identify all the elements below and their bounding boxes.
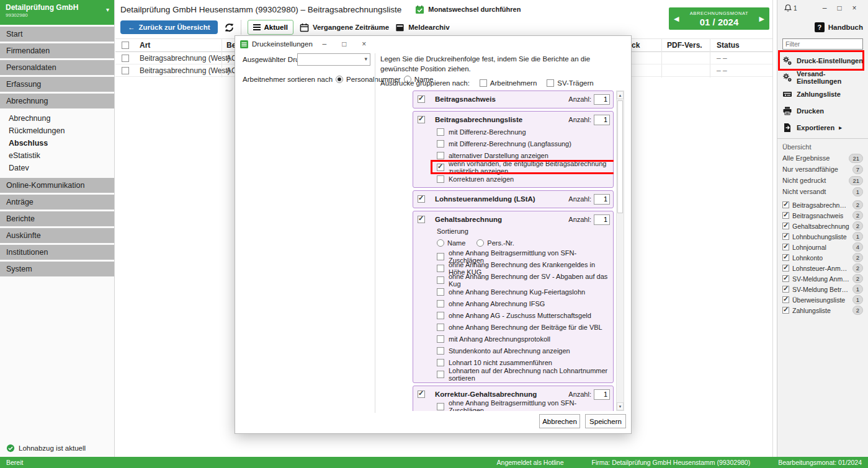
group-by-arbeitnehmern[interactable]: Arbeitnehmern: [480, 79, 537, 87]
print-option[interactable]: mit Differenz-Berechnung: [437, 126, 610, 138]
filter-checkbox[interactable]: [782, 307, 789, 314]
section-gehaltsabrechnung[interactable]: Gehaltsabrechnung Anzahl: Sortierung Nam…: [413, 211, 614, 383]
scroll-up-arrow[interactable]: ▲: [617, 91, 624, 99]
dialog-minimize-button[interactable]: –: [316, 40, 333, 48]
filter-checkbox[interactable]: [782, 296, 789, 303]
radio-sort-name[interactable]: [437, 239, 444, 247]
close-button[interactable]: ×: [847, 4, 862, 12]
print-option[interactable]: mit Differenz-Berechnung (Langfassung): [437, 138, 610, 149]
anzahl-input[interactable]: [594, 115, 610, 125]
option-checkbox[interactable]: [437, 312, 444, 319]
cancel-button[interactable]: Abbrechen: [539, 414, 580, 428]
filter-lohnjournal[interactable]: Lohnjournal 4: [782, 242, 863, 252]
option-checkbox[interactable]: [437, 276, 444, 284]
sidebar-item-abrechnung[interactable]: Abrechnung: [0, 94, 114, 108]
section-checkbox[interactable]: [418, 195, 425, 203]
sidebar-subitem-abschluss[interactable]: Abschluss: [0, 137, 114, 149]
section-checkbox[interactable]: [418, 391, 425, 398]
notifications-button[interactable]: 1: [784, 4, 797, 12]
vergangene-zeitraeume-button[interactable]: Vergangene Zeiträume: [300, 23, 389, 32]
sidebar-subitem-abrechnung[interactable]: Abrechnung: [0, 112, 114, 125]
filter-checkbox[interactable]: [782, 275, 789, 282]
group-checkbox[interactable]: [547, 79, 554, 87]
option-checkbox[interactable]: [437, 324, 444, 331]
sidebar-subitem-datev[interactable]: Datev: [0, 162, 114, 174]
list-scrollbar[interactable]: ▲ ▼: [616, 91, 624, 411]
option-checkbox[interactable]: [437, 265, 444, 272]
print-option[interactable]: ohne Anhang Abrechnung IFSG: [437, 298, 610, 309]
option-checkbox[interactable]: [437, 164, 444, 171]
filter-ueberweisungsliste[interactable]: Überweisungsliste 1: [782, 294, 863, 305]
group-by-sv-traegern[interactable]: SV-Trägern: [547, 79, 593, 87]
section-checkbox[interactable]: [418, 116, 425, 123]
filter-checkbox[interactable]: [782, 265, 789, 272]
filter-zahlungsliste[interactable]: Zahlungsliste 2: [782, 305, 863, 316]
filter-sv-meldung-betriebsdaten[interactable]: SV-Meldung Betriebsdate... 1: [782, 284, 863, 294]
option-checkbox[interactable]: [437, 253, 444, 260]
druck-einstellungen-button[interactable]: Druck-Einstellungen: [782, 52, 863, 69]
print-option[interactable]: ohne Anhang Berechnung Kug-Feiertagslohn: [437, 286, 610, 298]
option-checkbox[interactable]: [437, 288, 444, 296]
versand-einstellungen-button[interactable]: Versand-Einstellungen: [782, 69, 863, 86]
dialog-titlebar[interactable]: Druckeinstellungen – □ ×: [235, 36, 631, 52]
radio-sort-persnr[interactable]: [477, 239, 484, 247]
dialog-close-button[interactable]: ×: [356, 40, 372, 48]
filter-input[interactable]: [782, 38, 863, 50]
minimize-button[interactable]: –: [817, 4, 832, 12]
filter-lohnbuchungsliste[interactable]: Lohnbuchungsliste 1: [782, 231, 863, 242]
print-option[interactable]: mit Anhang Abrechnungsprotokoll: [437, 333, 610, 345]
sidebar-subitem-estatistik[interactable]: eStatistik: [0, 149, 114, 162]
filter-checkbox[interactable]: [782, 244, 789, 250]
filter-checkbox[interactable]: [782, 223, 789, 229]
overview-nicht-gedruckt[interactable]: Nicht gedruckt 21: [782, 175, 863, 186]
select-all-checkbox[interactable]: [122, 42, 129, 49]
print-option[interactable]: ohne Anhang Berechnung der SV - Abgaben …: [437, 274, 610, 286]
section-checkbox[interactable]: [418, 216, 425, 223]
overview-alle-ergebnisse[interactable]: Alle Ergebnisse 21: [782, 152, 863, 164]
filter-gehaltsabrechnung[interactable]: Gehaltsabrechnung 2: [782, 221, 863, 231]
row-checkbox[interactable]: [122, 55, 129, 62]
sidebar-item-personaldaten[interactable]: Personaldaten: [0, 60, 114, 75]
exportieren-button[interactable]: Exportieren ▸: [782, 119, 863, 136]
radio-personalnummer[interactable]: [336, 76, 343, 83]
back-to-overview-button[interactable]: ← Zurück zur Übersicht: [120, 20, 218, 34]
printer-select[interactable]: ▾: [297, 53, 370, 66]
section-korrektur-gehaltsabrechnung[interactable]: Korrektur-Gehaltsabrechnung Anzahl: ohne…: [413, 386, 614, 411]
previous-month-arrow[interactable]: ◀: [674, 15, 679, 22]
filter-checkbox[interactable]: [782, 286, 789, 293]
overview-nicht-versandt[interactable]: Nicht versandt 1: [782, 186, 863, 197]
sidebar-item-online-kommunikation[interactable]: Online-Kommunikation: [0, 178, 114, 193]
print-option[interactable]: ohne Anhang Beitragsermittlung von SFN-Z…: [437, 400, 610, 411]
filter-beitragsnachweis[interactable]: Beitragsnachweis 2: [782, 210, 863, 221]
sidebar-item-system[interactable]: System: [0, 262, 114, 276]
row-checkbox[interactable]: [122, 67, 129, 74]
filter-checkbox[interactable]: [782, 233, 789, 240]
option-checkbox[interactable]: [437, 140, 444, 148]
sidebar-item-erfassung[interactable]: Erfassung: [0, 77, 114, 92]
drucken-button[interactable]: Drucken: [782, 102, 863, 119]
filter-lohnkonto[interactable]: Lohnkonto 2: [782, 252, 863, 263]
filter-beitragsabrechnungsliste[interactable]: Beitragsabrechnungsliste 2: [782, 200, 863, 210]
save-button[interactable]: Speichern: [585, 414, 626, 428]
option-checkbox[interactable]: [437, 175, 444, 183]
option-checkbox[interactable]: [437, 359, 444, 366]
print-option[interactable]: Lohnarten auf der Abrechnung nach Lohnar…: [437, 368, 610, 380]
sidebar-item-antraege[interactable]: Anträge: [0, 195, 114, 210]
scroll-down-arrow[interactable]: ▼: [617, 402, 624, 410]
sidebar-subitem-rueckmeldungen[interactable]: Rückmeldungen: [0, 125, 114, 137]
section-checkbox[interactable]: [418, 95, 425, 103]
handbuch-button[interactable]: ? Handbuch: [782, 20, 863, 35]
next-month-arrow[interactable]: ▶: [759, 15, 764, 22]
anzahl-input[interactable]: [594, 194, 610, 205]
dialog-maximize-button[interactable]: □: [336, 40, 352, 48]
monatswechsel-button[interactable]: Monatswechsel durchführen: [415, 5, 521, 14]
maximize-button[interactable]: □: [832, 4, 847, 12]
anzahl-input[interactable]: [594, 214, 610, 225]
option-checkbox[interactable]: [437, 128, 444, 136]
group-checkbox[interactable]: [480, 79, 487, 87]
option-checkbox[interactable]: [437, 152, 444, 159]
section-beitragsabrechnungsliste[interactable]: Beitragsabrechnungsliste Anzahl: mit Dif…: [413, 111, 614, 188]
sidebar-item-institutionen[interactable]: Institutionen: [0, 245, 114, 260]
option-checkbox[interactable]: [437, 335, 444, 343]
scrollbar-thumb[interactable]: [617, 100, 623, 213]
